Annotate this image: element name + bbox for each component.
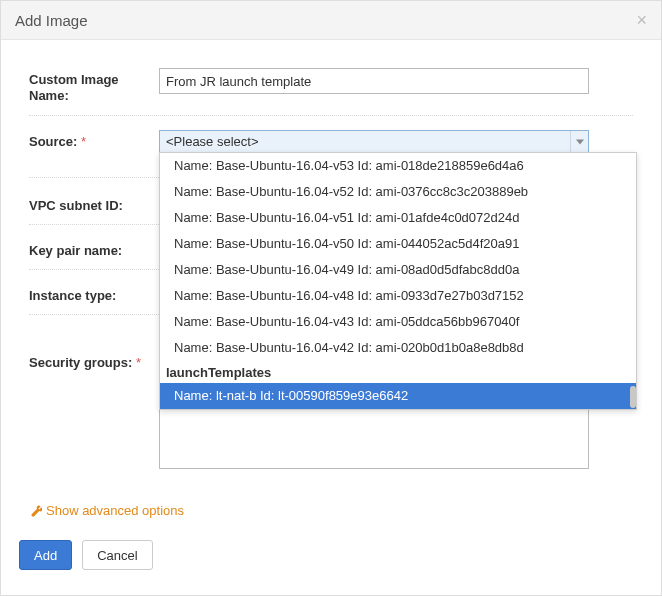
dialog-body: Custom Image Name: Source: * <Please sel… (1, 40, 661, 479)
row-source: Source: * <Please select> Name: Base-Ubu… (29, 122, 633, 156)
row-custom-image-name: Custom Image Name: (29, 60, 633, 116)
dropdown-item-selected[interactable]: Name: lt-nat-b Id: lt-00590f859e93e6642 (160, 383, 636, 409)
cancel-button[interactable]: Cancel (82, 540, 152, 570)
dropdown-group-label: launchTemplates (160, 362, 636, 383)
scrollbar-thumb[interactable] (630, 386, 636, 408)
chevron-down-icon[interactable] (570, 131, 588, 153)
dropdown-item[interactable]: Name: Base-Ubuntu-16.04-v48 Id: ami-0933… (160, 283, 636, 309)
dialog-title: Add Image (15, 12, 88, 29)
label-source: Source: * (29, 130, 159, 150)
dialog-footer: Add Cancel (1, 518, 661, 592)
add-image-dialog: Add Image × Custom Image Name: Source: *… (0, 0, 662, 596)
label-custom-image-name: Custom Image Name: (29, 68, 159, 105)
dropdown-item[interactable]: Name: Base-Ubuntu-16.04-v53 Id: ami-018d… (160, 153, 636, 179)
dialog-header: Add Image × (1, 1, 661, 40)
close-icon[interactable]: × (636, 11, 647, 29)
label-keypair: Key pair name: (29, 239, 159, 259)
advanced-label: Show advanced options (46, 503, 184, 518)
dropdown-item[interactable]: Name: Base-Ubuntu-16.04-v43 Id: ami-05dd… (160, 309, 636, 335)
source-combo[interactable]: <Please select> Name: Base-Ubuntu-16.04-… (159, 130, 589, 154)
dropdown-item[interactable]: Name: Base-Ubuntu-16.04-v52 Id: ami-0376… (160, 179, 636, 205)
custom-image-name-input[interactable] (159, 68, 589, 94)
dropdown-item[interactable]: Name: Base-Ubuntu-16.04-v50 Id: ami-0440… (160, 231, 636, 257)
dropdown-item[interactable]: Name: Base-Ubuntu-16.04-v51 Id: ami-01af… (160, 205, 636, 231)
wrench-icon (29, 504, 42, 517)
source-combo-display[interactable]: <Please select> (159, 130, 589, 154)
dropdown-item[interactable]: Name: Base-Ubuntu-16.04-v42 Id: ami-020b… (160, 335, 636, 361)
show-advanced-link[interactable]: Show advanced options (29, 503, 633, 518)
source-dropdown: Name: Base-Ubuntu-16.04-v53 Id: ami-018d… (159, 152, 637, 410)
label-vpc: VPC subnet ID: (29, 194, 159, 214)
add-button[interactable]: Add (19, 540, 72, 570)
label-instance-type: Instance type: (29, 284, 159, 304)
source-combo-text: <Please select> (160, 134, 265, 149)
dropdown-item[interactable]: Name: Base-Ubuntu-16.04-v49 Id: ami-08ad… (160, 257, 636, 283)
label-security-groups: Security groups: * (29, 351, 159, 371)
advanced-section: Show advanced options (1, 485, 661, 518)
